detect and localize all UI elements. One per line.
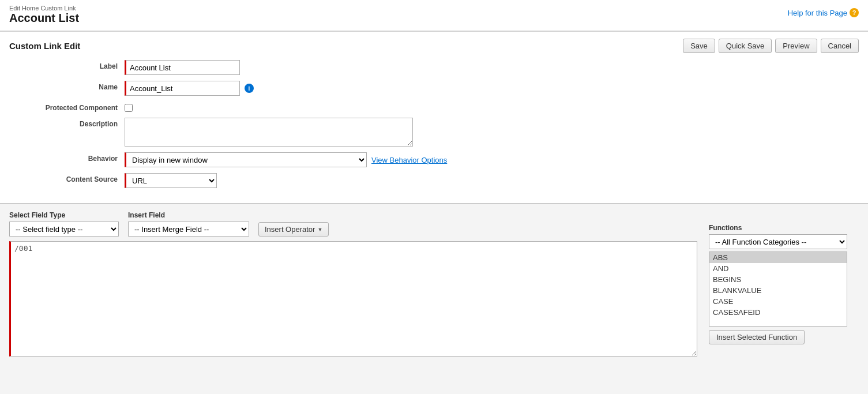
insert-operator-button[interactable]: Insert Operator ▼ (258, 222, 329, 237)
name-input[interactable] (125, 81, 240, 96)
help-link[interactable]: Help for this Page ? (788, 8, 859, 17)
help-icon: ? (850, 8, 859, 17)
select-field-type-label: Select Field Type (9, 211, 119, 219)
insert-selected-function-button[interactable]: Insert Selected Function (709, 330, 805, 344)
functions-list[interactable]: ABS AND BEGINS BLANKVALUE CASE CASESAFEI… (709, 252, 847, 327)
content-source-label: Content Source (9, 173, 125, 183)
formula-textarea[interactable] (9, 241, 697, 357)
function-item-begins[interactable]: BEGINS (709, 274, 847, 285)
content-source-select[interactable]: URL OnClick JavaScript Custom S-Control (125, 173, 217, 188)
help-label: Help for this Page (788, 9, 847, 17)
functions-label: Functions (709, 224, 859, 232)
insert-field-label: Insert Field (128, 211, 249, 219)
preview-button[interactable]: Preview (775, 39, 817, 53)
function-categories-select[interactable]: -- All Function Categories -- (709, 234, 847, 249)
save-button[interactable]: Save (683, 39, 715, 53)
function-item-case[interactable]: CASE (709, 296, 847, 307)
breadcrumb: Edit Home Custom Link (9, 5, 859, 12)
operator-dropdown-arrow: ▼ (317, 227, 322, 232)
function-item-blankvalue[interactable]: BLANKVALUE (709, 285, 847, 296)
label-input[interactable] (125, 60, 240, 75)
protected-component-label: Protected Component (9, 102, 125, 112)
info-icon[interactable]: i (245, 84, 254, 93)
insert-operator-label: Insert Operator (265, 225, 315, 234)
behavior-select[interactable]: Display in new window Display in existin… (125, 152, 367, 167)
name-field-label: Name (9, 81, 125, 91)
function-item-abs[interactable]: ABS (709, 252, 847, 263)
cancel-button[interactable]: Cancel (821, 39, 859, 53)
page-title: Account List (9, 12, 859, 25)
protected-checkbox[interactable] (125, 104, 133, 112)
insert-merge-field-select[interactable]: -- Insert Merge Field -- (128, 222, 249, 237)
function-item-casesafeid[interactable]: CASESAFEID (709, 307, 847, 318)
select-field-type-select[interactable]: -- Select field type -- (9, 222, 119, 237)
view-behavior-options-link[interactable]: View Behavior Options (371, 156, 447, 164)
label-field-label: Label (9, 60, 125, 70)
quick-save-button[interactable]: Quick Save (719, 39, 772, 53)
behavior-label: Behavior (9, 152, 125, 163)
description-label: Description (9, 118, 125, 128)
description-textarea[interactable] (125, 118, 413, 147)
function-item-and[interactable]: AND (709, 263, 847, 274)
panel-title: Custom Link Edit (9, 41, 80, 51)
